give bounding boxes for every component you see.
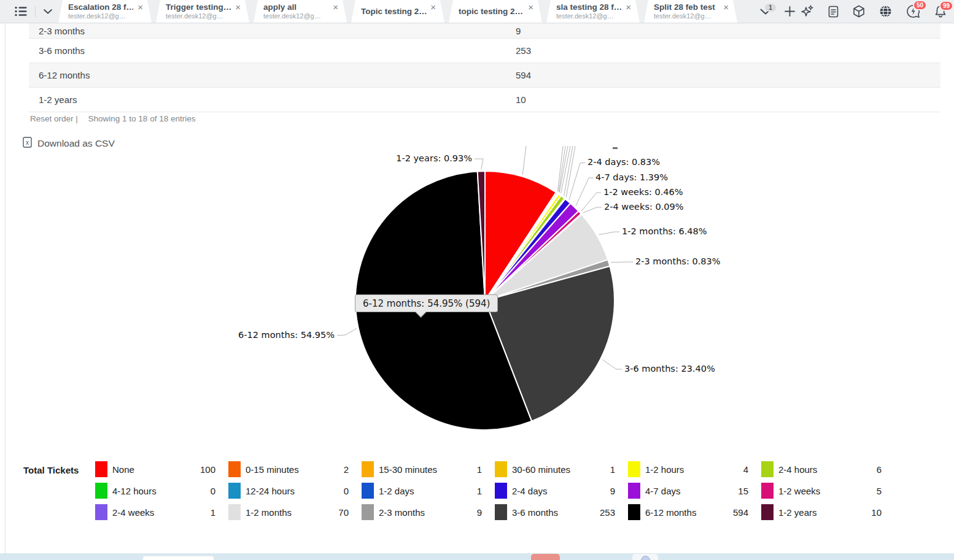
legend-item-none[interactable]: None100 — [95, 461, 215, 477]
notifications-bell-icon[interactable]: 99 — [934, 5, 947, 18]
legend-item-1-2-months[interactable]: 1-2 months70 — [228, 504, 349, 520]
legend-item-2-3-months[interactable]: 2-3 months9 — [362, 504, 482, 520]
legend-item-12-24-hours[interactable]: 12-24 hours0 — [228, 483, 349, 499]
tab-title: Topic testing 2… — [361, 7, 427, 16]
table-row[interactable]: 6-12 months594 — [29, 63, 940, 88]
tab-close-icon[interactable]: × — [723, 3, 729, 12]
legend-count: 0 — [344, 486, 349, 496]
document-icon[interactable] — [828, 6, 839, 18]
callout-line-1-2-years — [475, 159, 483, 169]
table-row[interactable]: 2-3 months9 — [29, 23, 940, 39]
legend-item-6-12-months[interactable]: 6-12 months594 — [628, 504, 748, 520]
clipped-callout-line-30-60-minutes — [559, 146, 568, 193]
legend-item-1-2-years[interactable]: 1-2 years10 — [761, 504, 882, 520]
table-row[interactable]: 3-6 months253 — [29, 39, 940, 63]
legend-label: 1-2 months — [246, 507, 338, 518]
tab-split-28-feb-test[interactable]: Split 28 feb testtester.desk12@g…× — [644, 0, 737, 23]
globe-icon[interactable] — [879, 5, 892, 18]
support-chat-icon[interactable]: 50 — [906, 4, 920, 18]
ai-sparkles-icon[interactable] — [801, 5, 814, 18]
tab-close-icon[interactable]: × — [235, 3, 241, 12]
bottom-toolbar-help-button[interactable] — [632, 554, 658, 560]
pie-label-1-2-years: 1-2 years: 0.93% — [396, 153, 472, 163]
table-row-label: 6-12 months — [39, 70, 516, 80]
legend-count: 100 — [200, 464, 215, 475]
legend-count: 10 — [871, 507, 882, 518]
tab-overflow-chevron-icon[interactable]: 1 — [760, 9, 771, 15]
callout-line-2-3-months — [611, 262, 633, 263]
pie-label-3-6-months: 3-6 months: 23.40% — [624, 364, 715, 374]
legend-label: None — [112, 464, 200, 475]
callout-line-3-6-months — [602, 359, 622, 369]
tab-text: Split 28 feb testtester.desk12@g… — [654, 2, 719, 20]
legend-item-4-7-days[interactable]: 4-7 days15 — [628, 483, 748, 499]
tab-subtitle: tester.desk12@g… — [556, 12, 621, 20]
legend-item-1-2-hours[interactable]: 1-2 hours4 — [628, 461, 748, 477]
add-tab-plus-icon[interactable] — [785, 6, 795, 17]
legend-item-15-30-minutes[interactable]: 15-30 minutes1 — [362, 461, 482, 477]
tab-close-icon[interactable]: × — [430, 3, 436, 12]
legend-count: 9 — [477, 507, 482, 518]
legend-item-2-4-days[interactable]: 2-4 days9 — [495, 483, 615, 499]
legend-label: 1-2 years — [778, 507, 871, 518]
tab-title: sla testing 28 f… — [556, 2, 621, 12]
table-row[interactable]: 1-2 years10 — [29, 88, 940, 112]
legend-swatch — [95, 483, 107, 499]
legend-count: 70 — [338, 507, 349, 518]
legend-item-1-2-weeks[interactable]: 1-2 weeks5 — [761, 483, 882, 499]
pie-label-2-4-weeks: 2-4 weeks: 0.09% — [604, 202, 684, 212]
callout-line-1-2-months — [599, 232, 619, 235]
tab-close-icon[interactable]: × — [626, 3, 631, 12]
legend-item-2-4-weeks[interactable]: 2-4 weeks1 — [95, 504, 215, 520]
clipped-label-fragment — [613, 147, 618, 149]
callout-line-6-12-months — [337, 328, 357, 336]
table-row-value: 594 — [516, 70, 531, 80]
tab-trigger-testing[interactable]: Trigger testing…tester.desk12@g…× — [156, 0, 249, 23]
tab-topic-testing-2[interactable]: Topic testing 2…× — [351, 0, 444, 23]
legend-swatch — [628, 461, 640, 477]
header-icon-cluster: 5099 — [801, 0, 947, 23]
download-csv-label: Download as CSV — [37, 138, 115, 149]
clipped-callout-line-none — [522, 146, 526, 175]
badge: 1 — [765, 4, 776, 12]
legend-item-30-60-minutes[interactable]: 30-60 minutes1 — [495, 461, 615, 477]
legend-item-3-6-months[interactable]: 3-6 months253 — [495, 504, 615, 520]
hamburger-list-icon[interactable] — [15, 6, 27, 17]
bottom-toolbar-red-button[interactable] — [531, 554, 560, 560]
legend-item-4-12-hours[interactable]: 4-12 hours0 — [95, 483, 215, 499]
tab-subtitle: tester.desk12@g… — [654, 12, 719, 20]
collapse-tabs-chevron-icon[interactable] — [44, 9, 52, 14]
tab-apply-all[interactable]: apply alltester.desk12@g…× — [254, 0, 347, 23]
legend-item-0-15-minutes[interactable]: 0-15 minutes2 — [228, 461, 349, 477]
showing-entries-text: Showing 1 to 18 of 18 entries — [88, 114, 196, 123]
legend-item-1-2-days[interactable]: 1-2 days1 — [362, 483, 482, 499]
tab-topic-testing-2[interactable]: topic testing 2…× — [449, 0, 542, 23]
tab-sla-testing-28-f[interactable]: sla testing 28 f…tester.desk12@g…× — [546, 0, 640, 23]
legend-item-2-4-hours[interactable]: 2-4 hours6 — [761, 461, 882, 477]
page: Escalation 28 f…tester.desk12@g…×Trigger… — [0, 0, 954, 560]
tab-close-icon[interactable]: × — [528, 3, 533, 12]
tab-close-icon[interactable]: × — [333, 3, 338, 12]
reset-order-link[interactable]: Reset order | — [30, 114, 78, 123]
legend-swatch — [761, 483, 774, 499]
tab-escalation-28-f[interactable]: Escalation 28 f…tester.desk12@g…× — [58, 0, 152, 23]
tab-close-icon[interactable]: × — [138, 3, 143, 12]
bottom-toolbar-input[interactable] — [142, 556, 214, 560]
pie-label-1-2-weeks: 1-2 weeks: 0.46% — [603, 187, 683, 197]
tab-bar-left-controls — [15, 0, 52, 23]
legend-count: 0 — [211, 486, 215, 496]
legend-label: 0-15 minutes — [246, 464, 344, 475]
table-row-label: 3-6 months — [39, 45, 516, 56]
tab-title: topic testing 2… — [459, 7, 523, 16]
tab-bar-separator — [35, 6, 36, 17]
legend-label: 2-3 months — [379, 507, 477, 518]
legend-swatch — [362, 504, 374, 520]
table-row-label: 2-3 months — [39, 26, 516, 36]
tab-text: Topic testing 2… — [361, 7, 427, 16]
package-cube-icon[interactable] — [853, 5, 865, 18]
download-csv-button[interactable]: x Download as CSV — [23, 137, 115, 150]
legend-grid: None1000-15 minutes215-30 minutes130-60 … — [95, 461, 882, 520]
legend-label: 2-4 weeks — [112, 507, 211, 518]
legend-swatch — [628, 504, 640, 520]
legend-title: Total Tickets — [23, 465, 79, 475]
